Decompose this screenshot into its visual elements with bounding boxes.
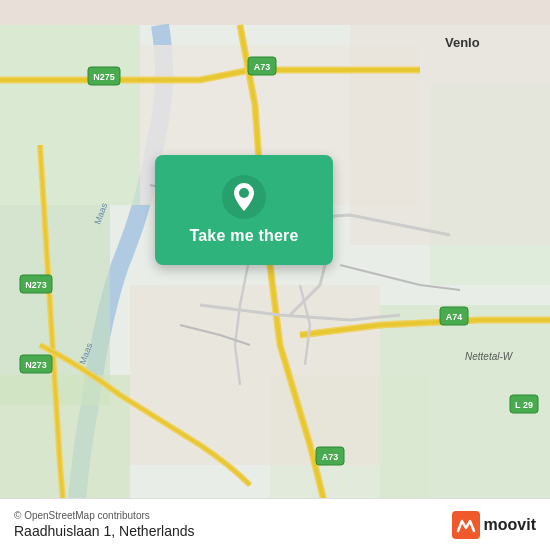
- svg-text:N275: N275: [93, 72, 115, 82]
- svg-text:Nettetal-W: Nettetal-W: [465, 351, 514, 362]
- svg-point-29: [239, 188, 249, 198]
- svg-text:A73: A73: [254, 62, 271, 72]
- location-pin-icon: [222, 175, 266, 219]
- moovit-logo-text: moovit: [484, 516, 536, 534]
- svg-rect-8: [350, 25, 550, 245]
- action-card[interactable]: Take me there: [155, 155, 333, 265]
- svg-text:N273: N273: [25, 280, 47, 290]
- moovit-logo: moovit: [452, 511, 536, 539]
- svg-text:N273: N273: [25, 360, 47, 370]
- svg-rect-1: [0, 25, 140, 205]
- bottom-bar: © OpenStreetMap contributors Raadhuislaa…: [0, 498, 550, 550]
- svg-text:A74: A74: [446, 312, 463, 322]
- svg-text:A73: A73: [322, 452, 339, 462]
- svg-text:Venlo: Venlo: [445, 35, 480, 50]
- map-background: N275 A73 A73 N273 N273 A74 L 29 Nettetal…: [0, 0, 550, 550]
- take-me-there-label: Take me there: [189, 227, 298, 245]
- svg-text:L 29: L 29: [515, 400, 533, 410]
- svg-rect-30: [452, 511, 480, 539]
- moovit-logo-icon: [452, 511, 480, 539]
- map-container: N275 A73 A73 N273 N273 A74 L 29 Nettetal…: [0, 0, 550, 550]
- copyright-text: © OpenStreetMap contributors: [14, 510, 195, 521]
- location-name: Raadhuislaan 1, Netherlands: [14, 523, 195, 539]
